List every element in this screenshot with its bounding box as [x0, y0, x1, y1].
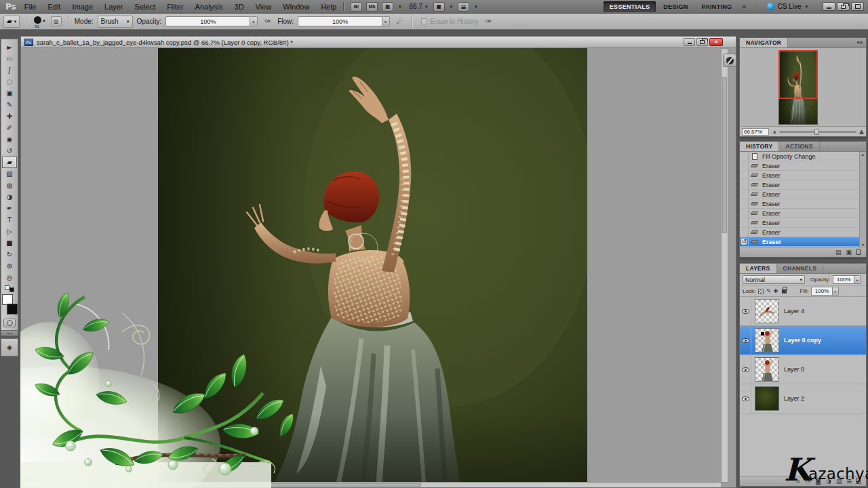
layer-row[interactable]: Layer 0 copy [740, 326, 866, 355]
restore-app-button[interactable] [837, 2, 850, 11]
navigator-zoom-slider[interactable]: ▲ ▲ [773, 129, 864, 135]
tool-eraser[interactable]: ▰ [2, 157, 17, 168]
tool-rectangular-marquee[interactable]: ▭ [2, 53, 17, 64]
minimize-document-button[interactable] [684, 38, 695, 46]
flow-slider-button[interactable]: ▸ [382, 16, 390, 26]
tool-crop[interactable]: ▣ [2, 87, 17, 99]
chevron-down-icon[interactable]: ▾ [425, 4, 428, 9]
lock-position-icon[interactable]: ✚ [774, 289, 778, 294]
history-entry[interactable]: Eraser [740, 228, 866, 237]
canvas-image[interactable] [158, 48, 587, 484]
view-extras-button[interactable]: ▤ [382, 2, 393, 12]
history-source-cell[interactable] [740, 199, 749, 208]
default-colors-button[interactable] [5, 285, 14, 292]
tool-blur[interactable]: ◍ [2, 180, 17, 191]
history-entry[interactable]: Eraser [740, 161, 866, 171]
close-app-button[interactable] [851, 2, 864, 11]
layer-opacity-field[interactable]: 100% [833, 275, 854, 284]
arrange-documents-button[interactable]: ▦ [433, 2, 445, 12]
history-entry[interactable]: Eraser [740, 190, 866, 199]
blend-mode-select[interactable]: Normal ▾ [743, 275, 805, 284]
menu-item[interactable]: Analysis [195, 3, 223, 11]
lock-transparency-icon[interactable] [758, 289, 764, 294]
history-source-cell[interactable] [740, 180, 749, 189]
quick-mask-button[interactable] [3, 319, 16, 327]
menu-item[interactable]: Edit [47, 3, 60, 11]
history-source-cell[interactable] [740, 237, 749, 246]
scroll-up-icon[interactable]: ▴ [862, 152, 864, 157]
layer-visibility-toggle[interactable] [740, 355, 751, 384]
zoom-slider-track[interactable] [779, 131, 856, 133]
layer-thumbnail[interactable] [755, 299, 779, 323]
history-scrollbar[interactable]: ▴ ▾ [859, 152, 866, 247]
delete-state-icon[interactable] [856, 250, 861, 255]
history-source-cell[interactable] [740, 161, 749, 170]
menu-item[interactable]: Help [321, 3, 336, 11]
navigator-zoom-field[interactable]: 66.67% [742, 128, 769, 136]
brush-preset-picker[interactable]: 91 ▾ [33, 15, 47, 28]
tool-3d-rotate[interactable]: ↻ [2, 249, 17, 260]
tablet-pressure-opacity-icon[interactable]: ✑ [262, 16, 273, 27]
history-entry[interactable]: Eraser [740, 180, 866, 190]
opacity-slider-button[interactable]: ▸ [250, 16, 258, 26]
layer-row[interactable]: Layer 2 [740, 384, 866, 413]
history-entry[interactable]: Eraser [740, 199, 866, 209]
scroll-down-icon[interactable]: ▾ [862, 242, 864, 247]
layer-thumbnail[interactable] [755, 328, 779, 352]
menu-item[interactable]: 3D [235, 3, 244, 11]
menu-item[interactable]: View [256, 3, 272, 11]
tool-gradient[interactable]: ▧ [2, 168, 17, 180]
zoom-slider-thumb[interactable] [814, 129, 819, 135]
erase-to-history-checkbox[interactable] [421, 18, 427, 24]
menu-item[interactable]: File [24, 3, 37, 11]
history-source-cell[interactable] [740, 190, 749, 199]
chevron-down-icon[interactable]: ▾ [450, 4, 453, 9]
menu-item[interactable]: Window [283, 3, 309, 11]
history-entry[interactable]: Eraser [740, 171, 866, 180]
layer-name[interactable]: Layer 2 [784, 395, 804, 402]
layer-visibility-toggle[interactable] [740, 297, 751, 325]
horizontal-scrollbar-thumb[interactable] [130, 483, 421, 487]
zoom-level-value[interactable]: 66.7 [410, 3, 422, 10]
navigator-view-box[interactable] [778, 50, 818, 99]
navigator-thumbnail[interactable] [778, 50, 818, 125]
workspace-overflow-button[interactable]: » [738, 3, 750, 10]
launch-mini-bridge-button[interactable]: Mb [366, 2, 378, 12]
history-tab[interactable]: HISTORY [740, 142, 779, 151]
tablet-pressure-size-icon[interactable]: ✑ [482, 16, 494, 27]
tool-preset-picker[interactable]: ▰ ▾ [3, 16, 20, 28]
tool-lasso[interactable]: ʃ [2, 64, 17, 76]
launch-bridge-button[interactable]: Br [351, 2, 362, 12]
history-entry[interactable]: Eraser [740, 237, 866, 247]
airbrush-icon[interactable]: ☄ [394, 16, 406, 27]
history-entry[interactable]: Fill Opacity Change [740, 152, 866, 161]
layer-row[interactable]: Layer 0 [740, 355, 866, 384]
zoom-in-icon[interactable]: ▲ [859, 129, 864, 135]
document-title-bar[interactable]: Ps sarah_c_ballet_1a_by_jagged_eye-d4kws… [21, 37, 736, 48]
layer-name[interactable]: Layer 4 [784, 308, 804, 314]
tool-zoom[interactable]: ◎ [2, 272, 17, 283]
mode-select[interactable]: Brush ▾ [98, 16, 133, 28]
history-source-cell[interactable] [740, 228, 749, 237]
lock-all-icon[interactable] [782, 289, 787, 293]
collapsed-tool-panel-button[interactable]: ◈ [1, 338, 18, 357]
menu-item[interactable]: Layer [104, 3, 123, 11]
toolbar-dock-strip[interactable] [1, 330, 18, 336]
restore-document-button[interactable] [696, 38, 708, 46]
layer-thumbnail[interactable] [755, 357, 779, 382]
vertical-scrollbar[interactable] [721, 48, 728, 483]
chevron-down-icon[interactable]: ▾ [399, 4, 401, 9]
tab-navigator[interactable]: NAVIGATOR [740, 38, 788, 47]
tool-pen[interactable]: ✒ [2, 203, 17, 214]
layers-tab[interactable]: CHANNELS [777, 264, 824, 273]
tool-eyedropper[interactable]: ✎ [2, 99, 17, 110]
panel-menu-icon[interactable]: ▾≡ [857, 40, 866, 45]
tool-path-selection[interactable]: ▷ [2, 226, 17, 237]
layers-tab[interactable]: LAYERS [740, 264, 777, 273]
menu-item[interactable]: Select [135, 3, 156, 11]
history-source-cell[interactable] [740, 171, 749, 180]
tool-spot-healing-brush[interactable]: ✚ [2, 110, 17, 122]
fill-slider-button[interactable]: ▸ [833, 287, 839, 296]
opacity-input[interactable] [165, 16, 250, 26]
tool-quick-selection[interactable]: ◌ [2, 76, 17, 87]
